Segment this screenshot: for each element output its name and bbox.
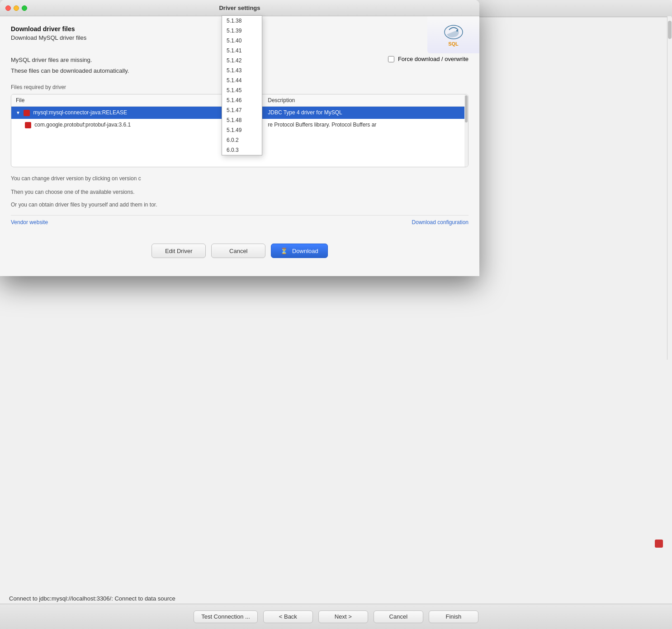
back-button[interactable]: < Back bbox=[263, 610, 313, 623]
version-dropdown: 5.1.38 5.1.39 5.1.40 5.1.41 5.1.42 5.1.4… bbox=[222, 15, 262, 155]
info-line1: MySQL driver files are missing. bbox=[11, 56, 129, 65]
version-option-1[interactable]: 5.1.39 bbox=[222, 26, 262, 36]
download-button[interactable]: ⏳ Download bbox=[271, 244, 327, 258]
version-option-0[interactable]: 5.1.38 bbox=[222, 16, 262, 26]
expand-icon: ▼ bbox=[16, 110, 20, 115]
cancel-dialog-button[interactable]: Cancel bbox=[211, 244, 265, 258]
version-option-11[interactable]: 5.1.49 bbox=[222, 125, 262, 135]
mysql-logo-text: SQL bbox=[448, 41, 459, 47]
force-download-checkbox[interactable] bbox=[388, 56, 394, 62]
version-option-13[interactable]: 6.0.3 bbox=[222, 145, 262, 155]
mysql-dolphin-icon bbox=[440, 23, 467, 41]
next-button[interactable]: Next > bbox=[318, 610, 368, 623]
description-cell-1: JDBC Type 4 driver for MySQL bbox=[263, 107, 468, 119]
svg-point-1 bbox=[456, 30, 458, 32]
col-file: File bbox=[11, 94, 227, 107]
dialog-titlebar: Driver settings bbox=[0, 0, 479, 16]
version-option-12[interactable]: 6.0.2 bbox=[222, 135, 262, 145]
driver-settings-dialog: Driver settings SQL Download driver file… bbox=[0, 0, 479, 276]
version-option-8[interactable]: 5.1.46 bbox=[222, 95, 262, 105]
file-cell-1: ▼ mysql:mysql-connector-java:RELEASE bbox=[11, 107, 227, 119]
version-option-6[interactable]: 5.1.44 bbox=[222, 75, 262, 85]
file-cell-2: com.google.protobuf:protobuf-java:3.6.1 bbox=[11, 119, 227, 131]
traffic-lights bbox=[5, 5, 27, 11]
version-option-9[interactable]: 5.1.47 bbox=[222, 105, 262, 115]
minimize-button[interactable] bbox=[14, 5, 19, 11]
bottom-nav-bar: Test Connection ... < Back Next > Cancel… bbox=[0, 604, 672, 629]
download-header-section: Download driver files Download MySQL dri… bbox=[11, 25, 86, 48]
dialog-scrollbar[interactable] bbox=[667, 16, 672, 360]
download-spinner-icon: ⏳ bbox=[280, 248, 288, 254]
file-type-icon-2 bbox=[25, 122, 31, 128]
mysql-logo-area: SQL bbox=[427, 16, 479, 53]
maximize-button[interactable] bbox=[22, 5, 27, 11]
file-name-1: mysql:mysql-connector-java:RELEASE bbox=[33, 109, 127, 116]
dialog-scrollbar-thumb bbox=[668, 21, 672, 39]
edit-driver-button[interactable]: Edit Driver bbox=[151, 244, 206, 258]
links-row: Vendor website Download configuration bbox=[11, 219, 469, 225]
close-button[interactable] bbox=[5, 5, 11, 11]
obtain-text: Or you can obtain driver files by yourse… bbox=[11, 202, 469, 208]
red-indicator bbox=[655, 540, 663, 548]
description-cell-2: re Protocol Buffers library. Protocol Bu… bbox=[263, 119, 468, 131]
version-option-5[interactable]: 5.1.43 bbox=[222, 66, 262, 75]
dialog-buttons: Edit Driver Cancel ⏳ Download bbox=[11, 236, 469, 267]
dialog-title: Driver settings bbox=[219, 5, 260, 11]
download-mysql-subtitle: Download MySQL driver files bbox=[11, 34, 86, 41]
vendor-website-link[interactable]: Vendor website bbox=[11, 219, 48, 225]
download-button-label: Download bbox=[292, 248, 318, 254]
cancel-bottom-button[interactable]: Cancel bbox=[374, 610, 423, 623]
info-line2: These files can be downloaded automatica… bbox=[11, 66, 129, 75]
download-configuration-link[interactable]: Download configuration bbox=[412, 219, 469, 225]
hint-text-1: You can change driver version by clickin… bbox=[11, 174, 469, 183]
info-text-area: MySQL driver files are missing. These fi… bbox=[11, 56, 129, 77]
status-bar: Connect to jdbc:mysql://localhost:3306/:… bbox=[9, 595, 175, 602]
force-download-area: Force download / overwrite bbox=[388, 56, 469, 62]
test-connection-button[interactable]: Test Connection ... bbox=[194, 610, 258, 623]
finish-button[interactable]: Finish bbox=[429, 610, 478, 623]
files-scrollbar[interactable] bbox=[464, 94, 468, 167]
version-option-4[interactable]: 5.1.42 bbox=[222, 56, 262, 66]
version-option-3[interactable]: 5.1.41 bbox=[222, 46, 262, 56]
version-option-7[interactable]: 5.1.45 bbox=[222, 85, 262, 95]
divider bbox=[11, 215, 469, 216]
file-name-2: com.google.protobuf:protobuf-java:3.6.1 bbox=[34, 122, 131, 128]
hint-text-2: Then you can choose one of the available… bbox=[11, 188, 469, 196]
force-download-label: Force download / overwrite bbox=[398, 56, 469, 62]
version-option-2[interactable]: 5.1.40 bbox=[222, 36, 262, 46]
download-files-title: Download driver files bbox=[11, 25, 86, 33]
version-option-10[interactable]: 5.1.48 bbox=[222, 115, 262, 125]
col-description: Description bbox=[263, 94, 468, 107]
scrollbar-thumb bbox=[465, 95, 468, 122]
file-type-icon bbox=[24, 110, 30, 116]
